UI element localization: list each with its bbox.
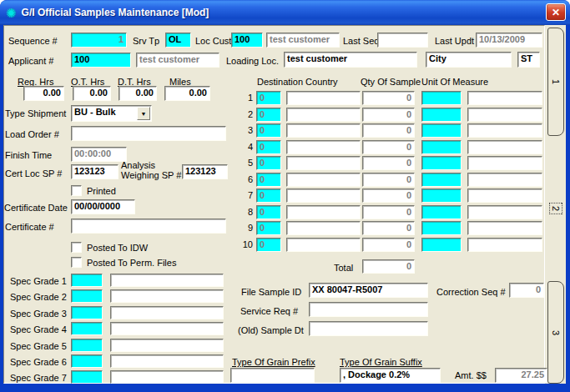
grain-prefix-field[interactable] bbox=[230, 368, 315, 383]
spec-grade-desc-field[interactable] bbox=[110, 289, 224, 303]
state-field[interactable]: ST bbox=[517, 52, 540, 68]
qty-of-sample-field[interactable]: 0 bbox=[362, 123, 415, 138]
unit-of-measure-field[interactable] bbox=[421, 188, 462, 203]
miles-field[interactable]: 0.00 bbox=[164, 86, 210, 101]
posted-perm-checkbox[interactable] bbox=[71, 257, 82, 268]
destination-code-field[interactable]: 0 bbox=[256, 173, 281, 187]
chevron-down-icon[interactable]: ▼ bbox=[137, 107, 150, 120]
spec-grade-code-field[interactable] bbox=[71, 339, 103, 352]
qty-of-sample-field[interactable]: 0 bbox=[362, 108, 415, 122]
destination-country-field[interactable] bbox=[286, 205, 361, 219]
destination-code-field[interactable]: 0 bbox=[256, 123, 281, 138]
destination-row: 2 0 0 bbox=[240, 108, 542, 122]
spec-grade-code-field[interactable] bbox=[71, 274, 103, 287]
unit-desc-field[interactable] bbox=[467, 221, 542, 235]
qty-of-sample-field[interactable]: 0 bbox=[362, 238, 415, 252]
spec-grade-label: Spec Grade 2 bbox=[10, 292, 67, 302]
destination-country-field[interactable] bbox=[286, 123, 361, 138]
qty-of-sample-field[interactable]: 0 bbox=[362, 156, 415, 170]
destination-code-field[interactable]: 0 bbox=[256, 108, 281, 122]
unit-of-measure-field[interactable] bbox=[421, 91, 462, 105]
certificate-date-field[interactable]: 00/00/0000 bbox=[71, 199, 135, 214]
unit-of-measure-field[interactable] bbox=[421, 123, 462, 138]
destination-code-field[interactable]: 0 bbox=[256, 238, 281, 252]
unit-desc-field[interactable] bbox=[467, 238, 542, 252]
old-sample-dt-field[interactable] bbox=[309, 321, 428, 336]
tab-page-1[interactable]: 1 bbox=[547, 28, 564, 136]
unit-of-measure-field[interactable] bbox=[421, 221, 462, 235]
last-seq-field[interactable] bbox=[377, 33, 428, 48]
qty-of-sample-field[interactable]: 0 bbox=[362, 140, 415, 154]
destination-country-field[interactable] bbox=[286, 188, 361, 203]
city-field[interactable]: City bbox=[426, 52, 512, 68]
unit-desc-field[interactable] bbox=[467, 91, 542, 105]
unit-desc-field[interactable] bbox=[467, 108, 542, 122]
destination-country-field[interactable] bbox=[286, 140, 361, 154]
spec-grade-code-field[interactable] bbox=[71, 354, 103, 368]
old-sample-dt-label: (Old) Sample Dt bbox=[238, 325, 304, 335]
reg-hrs-field[interactable]: 0.00 bbox=[23, 86, 64, 101]
title-bar[interactable]: ✺ G/I Official Samples Maintenance [Mod]… bbox=[0, 0, 570, 25]
unit-of-measure-field[interactable] bbox=[421, 238, 462, 252]
unit-of-measure-field[interactable] bbox=[421, 108, 462, 122]
applicant-field[interactable]: 100 bbox=[71, 53, 131, 68]
spec-grade-code-field[interactable] bbox=[71, 306, 103, 319]
destination-country-field[interactable] bbox=[286, 108, 361, 122]
posted-idw-checkbox[interactable] bbox=[71, 242, 82, 253]
tab-page-3[interactable]: 3 bbox=[547, 281, 564, 384]
spec-grade-code-field[interactable] bbox=[71, 370, 103, 384]
spec-grade-code-field[interactable] bbox=[71, 289, 103, 303]
destination-code-field[interactable]: 0 bbox=[256, 205, 281, 219]
unit-desc-field[interactable] bbox=[467, 123, 542, 138]
unit-desc-field[interactable] bbox=[467, 173, 542, 187]
printed-checkbox[interactable] bbox=[71, 185, 82, 196]
certificate-num-field[interactable] bbox=[71, 219, 226, 234]
spec-grade-desc-field[interactable] bbox=[110, 339, 224, 352]
loading-loc-field[interactable]: test customer bbox=[284, 52, 417, 68]
spec-grade-code-field[interactable] bbox=[71, 322, 103, 335]
loc-cust-field[interactable]: 100 bbox=[231, 33, 263, 48]
qty-of-sample-field[interactable]: 0 bbox=[362, 91, 415, 105]
spec-grade-desc-field[interactable] bbox=[110, 274, 224, 287]
grain-suffix-field[interactable]: , Dockage 0.2% bbox=[340, 368, 441, 383]
qty-of-sample-field[interactable]: 0 bbox=[362, 221, 415, 235]
qty-of-sample-field[interactable]: 0 bbox=[362, 205, 415, 219]
ot-hrs-field[interactable]: 0.00 bbox=[73, 86, 111, 101]
destination-country-field[interactable] bbox=[286, 238, 361, 252]
unit-of-measure-field[interactable] bbox=[421, 205, 462, 219]
dt-hrs-field[interactable]: 0.00 bbox=[119, 86, 157, 101]
spec-grade-desc-field[interactable] bbox=[110, 370, 224, 384]
cert-loc-sp-field[interactable]: 123123 bbox=[71, 164, 119, 179]
file-sample-id-field[interactable]: XX 80047-R5007 bbox=[309, 283, 428, 298]
destination-country-field[interactable] bbox=[286, 221, 361, 235]
qty-of-sample-field[interactable]: 0 bbox=[362, 173, 415, 187]
destination-code-field[interactable]: 0 bbox=[256, 91, 281, 105]
destination-country-field[interactable] bbox=[286, 173, 361, 187]
destination-code-field[interactable]: 0 bbox=[256, 188, 281, 203]
load-order-field[interactable] bbox=[71, 126, 226, 141]
sequence-field[interactable]: 1 bbox=[71, 33, 127, 48]
spec-grade-desc-field[interactable] bbox=[110, 354, 224, 368]
destination-country-field[interactable] bbox=[286, 156, 361, 170]
unit-desc-field[interactable] bbox=[467, 156, 542, 170]
qty-of-sample-field[interactable]: 0 bbox=[362, 188, 415, 203]
unit-of-measure-field[interactable] bbox=[421, 140, 462, 154]
unit-of-measure-field[interactable] bbox=[421, 156, 462, 170]
close-button[interactable]: ✕ bbox=[546, 3, 566, 21]
unit-of-measure-field[interactable] bbox=[421, 173, 462, 187]
destination-code-field[interactable]: 0 bbox=[256, 221, 281, 235]
destination-code-field[interactable]: 0 bbox=[256, 140, 281, 154]
spec-grade-desc-field[interactable] bbox=[110, 322, 224, 335]
unit-desc-field[interactable] bbox=[467, 205, 542, 219]
destination-row: 4 0 0 bbox=[240, 140, 542, 154]
unit-desc-field[interactable] bbox=[467, 188, 542, 203]
srv-tp-field[interactable]: OL bbox=[165, 33, 191, 48]
destination-code-field[interactable]: 0 bbox=[256, 156, 281, 170]
tab-page-2[interactable]: 2 bbox=[547, 136, 564, 281]
type-shipment-dropdown[interactable]: BU - Bulk ▼ bbox=[71, 105, 152, 122]
unit-desc-field[interactable] bbox=[467, 140, 542, 154]
weighing-sp-field[interactable]: 123123 bbox=[182, 164, 228, 179]
service-req-field[interactable] bbox=[309, 302, 428, 317]
destination-country-field[interactable] bbox=[286, 91, 361, 105]
spec-grade-desc-field[interactable] bbox=[110, 306, 224, 319]
